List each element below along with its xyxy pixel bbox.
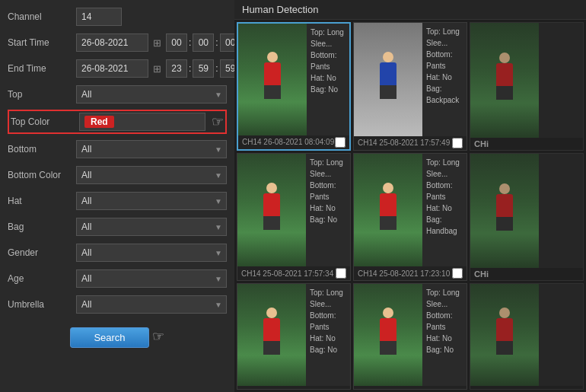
person-body — [496, 63, 513, 86]
bag-select-wrapper: All Yes No ▼ — [76, 218, 227, 236]
grid-info — [539, 154, 583, 269]
grid-item-content: Top: Long Slee...Bottom: PantsHat: NoBag… — [354, 154, 467, 267]
info-line: Bottom: Pants — [311, 49, 346, 72]
thumb-bg — [470, 23, 539, 138]
bottom-color-row: Bottom Color All Black Blue Red ▼ — [8, 164, 227, 186]
grid-info: Top: Long Slee...Bottom: PantsHat: NoBag… — [306, 154, 350, 267]
grid-item[interactable]: Top: Long Slee...Bottom: PantsHat: NoBag… — [237, 153, 351, 282]
info-line: Bag: No — [310, 344, 346, 355]
info-line: Bottom: Pants — [426, 180, 463, 202]
item-checkbox[interactable] — [335, 137, 346, 148]
grid-footer-partial — [354, 386, 467, 389]
thumbnail — [470, 154, 539, 269]
person-body — [263, 193, 280, 216]
bag-select[interactable]: All Yes No — [76, 218, 227, 236]
end-hour-input[interactable] — [166, 59, 187, 78]
end-sep2: : — [215, 63, 218, 74]
grid-footer-partial — [470, 386, 583, 389]
gender-select[interactable]: All Male Female — [76, 244, 227, 262]
start-min-input[interactable] — [193, 33, 214, 52]
info-line: Bag: Backpack — [426, 83, 463, 106]
channel-input[interactable] — [76, 8, 122, 26]
bottom-row: Bottom All Pants Shorts Skirt ▼ — [8, 139, 227, 160]
umbrella-select[interactable]: All Yes No — [76, 295, 227, 314]
cursor-icon: ☞ — [212, 113, 224, 130]
hat-label: Hat — [8, 196, 76, 206]
grid-footer-partial: CHi — [470, 138, 583, 150]
person-legs — [263, 341, 280, 355]
left-panel: Channel Start Time ⊞ : : End Time ⊞ — [0, 0, 234, 392]
bottom-color-select[interactable]: All Black Blue Red — [76, 166, 227, 184]
start-hour-input[interactable] — [166, 33, 187, 52]
top-color-display[interactable]: Red — [79, 113, 205, 131]
search-button[interactable]: Search — [70, 327, 148, 348]
info-line: Hat: No — [310, 202, 346, 214]
start-calendar-icon[interactable]: ⊞ — [153, 37, 161, 49]
start-sep1: : — [189, 37, 191, 48]
info-line: Top: Long Slee... — [311, 27, 346, 49]
thumbnail — [354, 23, 422, 136]
top-row: Top All Long Sleeve Short Sleeve ▼ — [8, 84, 227, 105]
top-select-wrapper: All Long Sleeve Short Sleeve ▼ — [76, 85, 227, 104]
top-color-badge: Red — [84, 116, 114, 128]
end-calendar-icon[interactable]: ⊞ — [153, 63, 161, 75]
start-date-input[interactable] — [76, 33, 148, 52]
person-body — [496, 194, 513, 217]
info-line: Top: Long Slee... — [426, 26, 463, 49]
info-line: Top: Long Slee... — [426, 287, 463, 310]
end-time-row: End Time ⊞ : : — [8, 58, 227, 79]
item-checkbox[interactable] — [452, 138, 463, 148]
age-select[interactable]: All Child Adult Elder — [76, 269, 227, 288]
person-head — [267, 52, 278, 62]
start-time-label: Start Time — [8, 37, 76, 48]
info-line: Bag: No — [311, 84, 346, 95]
hat-select[interactable]: All Yes No — [76, 192, 227, 210]
info-line: Hat: No — [426, 202, 463, 214]
item-checkbox[interactable] — [336, 268, 346, 279]
thumb-bg — [354, 154, 422, 267]
hat-select-wrapper: All Yes No ▼ — [76, 192, 227, 210]
person-body — [264, 62, 281, 85]
person-legs — [380, 216, 397, 230]
grid-item[interactable]: CHi — [470, 153, 584, 282]
grid-item[interactable]: Top: Long Slee...Bottom: PantsHat: NoBag… — [237, 283, 351, 390]
person-head — [383, 183, 393, 193]
top-color-value: Red ☞ — [79, 113, 224, 131]
person-silhouette — [380, 183, 397, 230]
bottom-label: Bottom — [8, 144, 76, 155]
person-silhouette — [380, 52, 397, 99]
search-btn-row: Search ☞ — [8, 324, 227, 348]
info-line: Bottom: Pants — [426, 310, 463, 333]
thumbnail — [237, 284, 306, 386]
grid-item[interactable]: CHi — [470, 22, 584, 151]
bottom-select[interactable]: All Pants Shorts Skirt — [76, 140, 227, 158]
channel-row: Channel — [8, 6, 227, 27]
channel-value-container — [76, 8, 227, 26]
grid-footer-partial: CHi — [470, 268, 583, 280]
grid-item[interactable]: Top: Long Slee...Bottom: PantsHat: NoBag… — [237, 22, 351, 151]
person-body — [380, 193, 397, 216]
item-checkbox[interactable] — [452, 268, 463, 279]
person-head — [499, 53, 510, 63]
top-select[interactable]: All Long Sleeve Short Sleeve — [76, 85, 227, 104]
right-panel-header: Human Detection — [234, 0, 586, 20]
thumbnail — [237, 154, 306, 267]
person-legs — [380, 85, 397, 99]
footer-timestamp: CH14 25-08-2021 17:57:49 — [358, 139, 450, 147]
end-date-input[interactable] — [76, 59, 148, 78]
umbrella-select-wrapper: All Yes No ▼ — [76, 295, 227, 314]
grid-item-content — [470, 23, 583, 138]
grid-item[interactable]: Top: Long Slee...Bottom: PantsHat: NoBag… — [353, 22, 467, 151]
footer-timestamp: CH14 25-08-2021 17:23:10 — [358, 269, 450, 278]
info-line: Top: Long Slee... — [310, 157, 346, 180]
grid-info — [539, 284, 583, 386]
person-body — [496, 318, 513, 341]
hat-row: Hat All Yes No ▼ — [8, 190, 227, 212]
person-legs — [380, 341, 397, 355]
bottom-color-label: Bottom Color — [8, 170, 76, 180]
grid-item[interactable]: Top: Long Slee...Bottom: PantsHat: NoBag… — [353, 283, 467, 390]
end-min-input[interactable] — [193, 59, 214, 78]
grid-item[interactable]: Top: Long Slee...Bottom: PantsHat: NoBag… — [353, 153, 467, 282]
grid-item[interactable] — [470, 283, 584, 390]
human-detection-title: Human Detection — [242, 4, 318, 15]
